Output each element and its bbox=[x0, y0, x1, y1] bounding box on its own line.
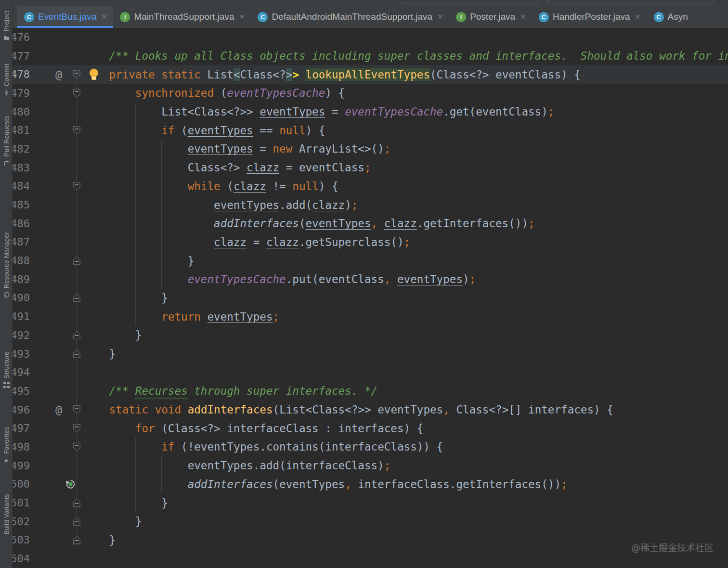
sidebar-item-favorites[interactable]: Favorites★ bbox=[0, 426, 13, 464]
fold-end-icon[interactable] bbox=[73, 349, 80, 358]
close-icon[interactable]: × bbox=[520, 12, 525, 22]
editor-line: 501 } bbox=[13, 493, 728, 512]
sidebar-item-label: Pull Requests bbox=[3, 116, 10, 156]
editor-line: 478@ private static List<Class<?>> looku… bbox=[13, 65, 728, 84]
commit-icon bbox=[3, 90, 10, 96]
sidebar-item-pull-requests[interactable]: Pull Requests bbox=[0, 116, 13, 166]
editor-line: 487 clazz = clazz.getSuperclass(); bbox=[13, 233, 728, 252]
code-line: addInterfaces(eventTypes, interfaceClass… bbox=[83, 475, 728, 494]
sidebar-item-project[interactable]: Project bbox=[0, 11, 13, 41]
line-number: 495 bbox=[13, 382, 30, 400]
code-line: eventTypesCache.put(eventClass, eventTyp… bbox=[83, 270, 728, 289]
editor-line: 491 return eventTypes; bbox=[13, 307, 728, 326]
tab-handlerposter-java[interactable]: CHandlerPoster.java× bbox=[532, 6, 647, 28]
line-number: 487 bbox=[13, 233, 30, 252]
code-line bbox=[83, 363, 728, 382]
line-number: 492 bbox=[13, 326, 30, 345]
toolbar-widget-outline[interactable] bbox=[399, 0, 539, 3]
close-icon[interactable]: × bbox=[239, 12, 244, 22]
fold-start-icon[interactable] bbox=[73, 442, 80, 451]
annotation-gutter-icon: @ bbox=[49, 400, 68, 419]
line-number: 481 bbox=[13, 121, 30, 140]
code-editor[interactable]: 476477 /** Looks up all Class objects in… bbox=[13, 28, 728, 568]
code-line: } bbox=[83, 326, 728, 345]
annotation-gutter-icon: @ bbox=[49, 65, 68, 84]
active-tab-underline bbox=[17, 26, 113, 28]
interface-icon: I bbox=[120, 12, 130, 22]
editor-line: 494 bbox=[13, 363, 728, 382]
fold-end-icon[interactable] bbox=[73, 294, 80, 302]
fold-start-icon[interactable] bbox=[73, 70, 80, 79]
line-number: 485 bbox=[13, 195, 30, 214]
code-line: static void addInterfaces(List<Class<?>>… bbox=[83, 400, 728, 419]
class-icon: C bbox=[24, 12, 34, 22]
fold-start-icon[interactable] bbox=[73, 405, 80, 414]
line-number: 480 bbox=[13, 103, 30, 121]
line-number: 488 bbox=[13, 251, 30, 270]
code-line: addInterfaces(eventTypes, clazz.getInter… bbox=[83, 214, 728, 233]
code-line: } bbox=[83, 512, 728, 531]
close-icon[interactable]: × bbox=[102, 12, 106, 22]
sidebar-item-label: Build Variants bbox=[3, 494, 10, 535]
editor-line: 495 /** Recurses through super interface… bbox=[13, 382, 728, 400]
line-number: 491 bbox=[13, 307, 30, 326]
code-line: eventTypes = new ArrayList<>(); bbox=[83, 140, 728, 158]
editor-line: 493 } bbox=[13, 345, 728, 363]
fold-end-icon[interactable] bbox=[73, 517, 80, 526]
fold-end-icon[interactable] bbox=[73, 331, 80, 339]
code-line: if (eventTypes == null) { bbox=[83, 121, 728, 140]
editor-line: 504 bbox=[13, 549, 728, 568]
code-line: } bbox=[83, 289, 728, 308]
line-number: 489 bbox=[13, 270, 30, 289]
sidebar-item-resource-manager[interactable]: Resource Manager bbox=[0, 232, 13, 298]
code-line: if (!eventTypes.contains(interfaceClass)… bbox=[83, 438, 728, 456]
line-number: 500 bbox=[13, 475, 30, 494]
fold-start-icon[interactable] bbox=[73, 89, 80, 97]
editor-line: 482 eventTypes = new ArrayList<>(); bbox=[13, 140, 728, 158]
fold-start-icon[interactable] bbox=[73, 424, 80, 433]
fold-end-icon[interactable] bbox=[73, 499, 80, 507]
ide-window: ProjectCommitPull RequestsResource Manag… bbox=[0, 0, 728, 568]
close-icon[interactable]: × bbox=[636, 12, 640, 22]
tab-defaultandroidmainthreadsupport-java[interactable]: CDefaultAndroidMainThreadSupport.java× bbox=[251, 6, 449, 28]
line-number: 504 bbox=[13, 549, 30, 568]
editor-line: 476 bbox=[13, 28, 728, 47]
watermark: @稀土掘金技术社区 bbox=[631, 541, 714, 554]
line-number: 499 bbox=[13, 456, 30, 475]
editor-line: 486 addInterfaces(eventTypes, clazz.getI… bbox=[13, 214, 728, 233]
tab-asyn[interactable]: CAsyn bbox=[647, 6, 695, 28]
tab-label: MainThreadSupport.java bbox=[134, 12, 234, 22]
editor-rows: 476477 /** Looks up all Class objects in… bbox=[13, 28, 728, 568]
sidebar-item-build-variants[interactable]: Build Variants bbox=[0, 494, 13, 535]
recursive-call-icon[interactable] bbox=[65, 479, 76, 489]
star-icon: ★ bbox=[3, 457, 10, 464]
code-line: return eventTypes; bbox=[83, 307, 728, 326]
toolbar-widget-outline[interactable] bbox=[547, 0, 715, 3]
line-number: 498 bbox=[13, 438, 30, 456]
fold-start-icon[interactable] bbox=[73, 182, 80, 191]
line-number: 496 bbox=[13, 400, 30, 419]
fold-start-icon[interactable] bbox=[73, 126, 80, 135]
intention-bulb-icon[interactable] bbox=[89, 68, 99, 81]
code-line: Class<?> clazz = eventClass; bbox=[83, 158, 728, 177]
editor-line: 488 } bbox=[13, 251, 728, 270]
line-number: 494 bbox=[13, 363, 30, 382]
tab-eventbus-java[interactable]: CEventBus.java× bbox=[17, 6, 113, 28]
sidebar-item-commit[interactable]: Commit bbox=[0, 64, 13, 96]
folder-icon bbox=[3, 35, 10, 41]
sidebar-item-structure[interactable]: Structure bbox=[0, 351, 13, 388]
fold-end-icon[interactable] bbox=[73, 536, 80, 544]
editor-line: 481 if (eventTypes == null) { bbox=[13, 121, 728, 140]
line-number: 503 bbox=[13, 531, 30, 550]
line-number: 477 bbox=[13, 47, 30, 65]
tab-poster-java[interactable]: IPoster.java× bbox=[449, 6, 532, 28]
fold-end-icon[interactable] bbox=[73, 257, 80, 265]
editor-line: 499 eventTypes.add(interfaceClass); bbox=[13, 456, 728, 475]
line-number: 479 bbox=[13, 84, 30, 103]
line-number: 502 bbox=[13, 512, 30, 531]
tab-mainthreadsupport-java[interactable]: IMainThreadSupport.java× bbox=[113, 6, 251, 28]
class-icon: C bbox=[258, 12, 268, 22]
editor-line: 500 addInterfaces(eventTypes, interfaceC… bbox=[13, 475, 728, 494]
close-icon[interactable]: × bbox=[438, 12, 442, 22]
editor-line: 490 } bbox=[13, 289, 728, 308]
